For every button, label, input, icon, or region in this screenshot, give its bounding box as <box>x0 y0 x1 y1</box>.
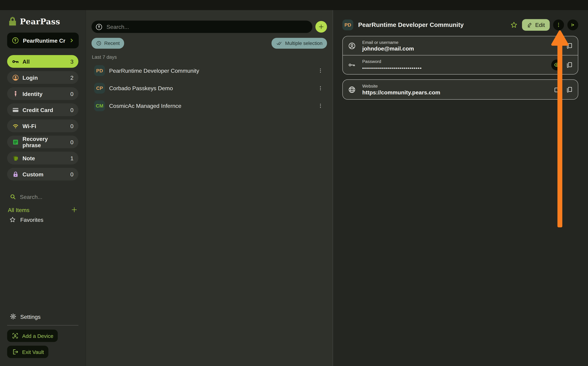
sidebar-item-note[interactable]: Note 1 <box>7 152 78 164</box>
lock-icon <box>12 171 19 178</box>
copy-email-button[interactable] <box>565 41 574 50</box>
clock-icon <box>96 40 102 46</box>
sidebar-item-label: Custom <box>23 171 67 177</box>
recovery-doc-icon <box>12 138 19 145</box>
three-dots-vertical-icon <box>318 103 323 108</box>
sidebar-item-recovery-phrase[interactable]: Recovery phrase 0 <box>7 136 78 148</box>
settings-button[interactable]: Settings <box>7 312 78 320</box>
sidebar-item-credit-card[interactable]: Credit Card 0 <box>7 103 78 116</box>
exit-vault-button[interactable]: Exit Vault <box>7 346 48 358</box>
all-items-row: All Items <box>7 206 78 214</box>
recent-filter-chip[interactable]: Recent <box>92 38 124 49</box>
star-icon <box>9 216 16 223</box>
app-logo: PearPass <box>8 16 78 26</box>
section-label: Last 7 days <box>92 54 327 60</box>
password-field-value: •••••••••••••••••••••••••••••• <box>362 65 551 71</box>
add-item-button[interactable] <box>315 21 327 32</box>
item-title: CosmicAc Managed Infernce <box>109 103 315 109</box>
favorites-label: Favorites <box>20 216 43 223</box>
website-field-label: Website <box>362 84 553 88</box>
email-field-row: Email or username johndoe@mail.com <box>343 36 578 55</box>
sidebar-item-count: 0 <box>70 107 73 113</box>
copy-website-button[interactable] <box>565 85 574 94</box>
credit-card-icon <box>12 106 19 114</box>
pencil-icon <box>527 22 532 28</box>
sidebar-item-label: Note <box>23 155 67 161</box>
person-scan-icon <box>12 332 19 339</box>
multiple-selection-chip[interactable]: Multiple selection <box>272 38 327 49</box>
search-placeholder: Search... <box>107 23 129 30</box>
sidebar-item-favorites[interactable]: Favorites <box>7 215 78 224</box>
window-top-band <box>0 0 588 10</box>
detail-title: PearRuntime Developer Community <box>358 21 510 29</box>
edit-label: Edit <box>535 22 545 28</box>
collapse-panel-button[interactable] <box>567 19 578 30</box>
item-menu-button[interactable] <box>315 84 326 92</box>
reveal-password-button[interactable] <box>551 60 562 70</box>
sidebar: PearPass PearRuntime Cre... All 3 <box>0 0 86 366</box>
copy-password-button[interactable] <box>565 61 574 69</box>
sidebar-item-identity[interactable]: Identity 0 <box>7 87 78 100</box>
more-options-button[interactable] <box>553 19 564 30</box>
sidebar-divider <box>7 325 78 325</box>
list-item[interactable]: PD PearRuntime Developer Community <box>92 62 327 80</box>
add-collection-icon[interactable] <box>71 206 78 213</box>
credentials-field-group: Email or username johndoe@mail.com <box>342 36 578 75</box>
edit-button[interactable]: Edit <box>522 19 550 30</box>
sidebar-item-custom[interactable]: Custom 0 <box>7 168 78 181</box>
list-item[interactable]: CM CosmicAc Managed Infernce <box>92 97 327 115</box>
sidebar-item-count: 3 <box>70 58 73 64</box>
sidebar-item-label: Recovery phrase <box>23 136 67 148</box>
website-field-group: Website https://community.pears.com <box>342 79 578 100</box>
padlock-striped-logo-icon <box>8 16 17 26</box>
sidebar-item-label: Wi-Fi <box>23 123 67 129</box>
star-icon <box>510 21 518 29</box>
key-icon <box>12 58 19 65</box>
item-avatar: CM <box>94 100 105 111</box>
recent-chip-label: Recent <box>104 40 120 46</box>
wifi-icon <box>12 122 19 130</box>
item-menu-button[interactable] <box>315 102 326 110</box>
website-field-value: https://community.pears.com <box>362 89 553 95</box>
vault-selector[interactable]: PearRuntime Cre... <box>7 32 79 48</box>
multiple-selection-label: Multiple selection <box>285 40 323 46</box>
sidebar-item-count: 0 <box>70 91 73 97</box>
password-field-label: Password <box>362 59 551 64</box>
sidebar-item-count: 0 <box>70 123 73 129</box>
detail-avatar: PD <box>342 19 353 30</box>
email-field-label: Email or username <box>362 40 565 44</box>
eye-icon <box>553 61 560 68</box>
item-avatar: CP <box>94 83 105 94</box>
double-check-icon <box>276 40 282 46</box>
three-dots-vertical-icon <box>318 85 323 91</box>
list-item[interactable]: CP Corbado Passkeys Demo <box>92 79 327 97</box>
all-items-link[interactable]: All Items <box>8 206 71 213</box>
collapse-right-icon <box>570 22 576 28</box>
sidebar-item-wifi[interactable]: Wi-Fi 0 <box>7 120 78 132</box>
sidebar-search-input[interactable]: Search... <box>7 192 78 201</box>
note-icon <box>12 154 19 162</box>
chevron-right-icon <box>69 38 74 43</box>
exit-vault-label: Exit Vault <box>22 349 44 355</box>
sidebar-item-login[interactable]: Login 2 <box>7 71 78 84</box>
sidebar-item-count: 1 <box>70 155 73 161</box>
gear-icon <box>10 313 17 320</box>
sidebar-item-count: 0 <box>70 139 73 145</box>
key-outline-icon <box>348 61 356 69</box>
detail-panel: PD PearRuntime Developer Community Edit <box>333 0 588 366</box>
item-title: PearRuntime Developer Community <box>109 68 315 74</box>
item-avatar: PD <box>94 65 105 76</box>
sidebar-item-label: Identity <box>23 91 67 97</box>
favorite-star-button[interactable] <box>510 21 518 29</box>
open-website-button[interactable] <box>553 85 561 94</box>
item-menu-button[interactable] <box>315 66 326 75</box>
sidebar-item-all[interactable]: All 3 <box>7 55 78 68</box>
copy-icon <box>566 86 573 93</box>
person-circle-icon <box>348 42 356 50</box>
sidebar-search-label: Search... <box>20 193 42 200</box>
sidebar-item-label: Login <box>23 74 67 81</box>
search-input[interactable]: Search... <box>92 21 312 33</box>
email-field-value: johndoe@mail.com <box>362 45 565 51</box>
item-title: Corbado Passkeys Demo <box>109 85 315 91</box>
add-device-button[interactable]: Add a Device <box>7 330 58 342</box>
